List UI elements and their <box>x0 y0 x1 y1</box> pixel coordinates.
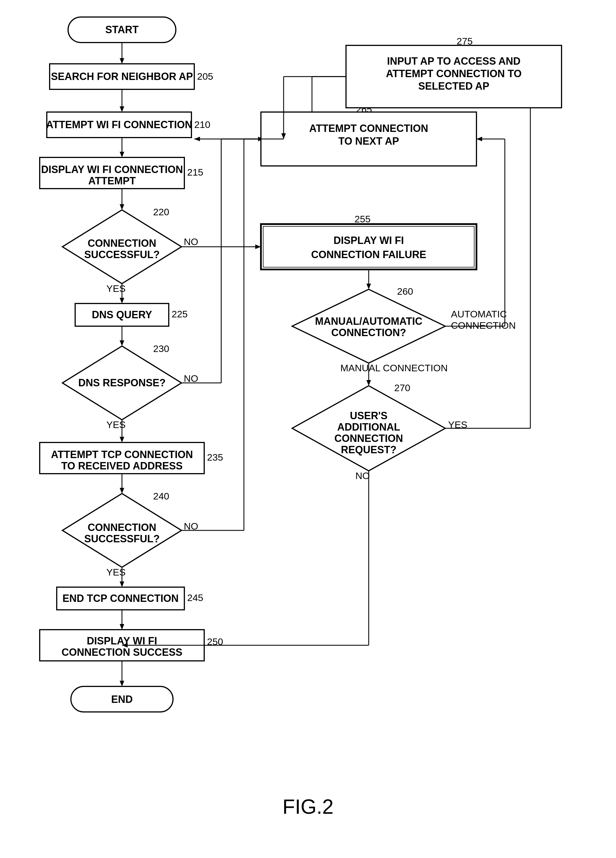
dns-response-num: 230 <box>153 343 169 354</box>
conn-success2-label2: SUCCESSFUL? <box>84 533 160 545</box>
conn-success2-label1: CONNECTION <box>88 522 156 533</box>
input-ap-label2: ATTEMPT CONNECTION TO <box>386 68 522 79</box>
no1-label: NO <box>184 236 198 247</box>
no3-label: NO <box>184 521 198 532</box>
display-failure-label2: CONNECTION FAILURE <box>311 249 426 260</box>
svg-marker-8 <box>120 152 124 157</box>
attempt-tcp-num: 235 <box>207 452 223 463</box>
attempt-next-label2: TO NEXT AP <box>338 135 399 147</box>
no2-label: NO <box>184 373 198 384</box>
yes2-label: YES <box>106 419 126 430</box>
display-attempt-label1: DISPLAY WI FI CONNECTION <box>41 164 183 175</box>
display-success-label2: CONNECTION SUCCESS <box>62 647 182 658</box>
flowchart-diagram: START SEARCH FOR NEIGHBOR AP 205 ATTEMPT… <box>0 0 616 858</box>
display-attempt-num: 215 <box>187 167 203 177</box>
manual-auto-label1: MANUAL/AUTOMATIC <box>315 316 423 327</box>
yes3-label: YES <box>106 567 126 577</box>
end-tcp-label: END TCP CONNECTION <box>62 592 178 604</box>
end-tcp-num: 245 <box>187 592 203 603</box>
no4-label: NO <box>355 470 370 481</box>
svg-marker-5 <box>120 106 124 112</box>
manual-auto-label2: CONNECTION? <box>331 327 406 338</box>
svg-marker-11 <box>120 204 124 210</box>
attempt-tcp-label1: ATTEMPT TCP CONNECTION <box>51 449 193 460</box>
input-ap-label3: SELECTED AP <box>418 80 490 92</box>
end-label: END <box>111 693 133 705</box>
display-attempt-label2: ATTEMPT <box>88 175 135 187</box>
user-request-label3: CONNECTION <box>334 432 403 444</box>
svg-marker-22 <box>120 437 124 443</box>
display-failure-label1: DISPLAY WI FI <box>333 235 404 246</box>
search-label: SEARCH FOR NEIGHBOR AP <box>51 71 193 82</box>
user-request-num: 270 <box>394 382 411 393</box>
svg-marker-54 <box>476 137 482 141</box>
svg-rect-47 <box>263 226 474 267</box>
svg-marker-35 <box>120 581 124 587</box>
auto-conn-label1: AUTOMATIC <box>451 309 507 319</box>
user-request-label2: ADDITIONAL <box>337 421 400 433</box>
dns-response-label: DNS RESPONSE? <box>78 377 166 389</box>
svg-marker-19 <box>120 340 124 346</box>
svg-marker-56 <box>366 380 371 386</box>
input-ap-label1: INPUT AP TO ACCESS AND <box>387 55 521 67</box>
start-label: START <box>105 24 138 36</box>
conn-success2-num: 240 <box>153 491 169 502</box>
manual-conn-label: MANUAL CONNECTION <box>340 362 448 373</box>
display-failure-num: 255 <box>355 214 371 224</box>
svg-marker-38 <box>120 624 124 630</box>
svg-marker-29 <box>120 488 124 494</box>
attempt-wifi-num: 210 <box>194 119 210 130</box>
conn-success1-label2: SUCCESSFUL? <box>84 249 160 260</box>
display-success-label1: DISPLAY WI FI <box>87 635 157 647</box>
auto-conn-label2: CONNECTION <box>451 320 516 331</box>
yes1-label: YES <box>106 283 126 294</box>
conn-success1-label1: CONNECTION <box>88 238 156 249</box>
user-request-label1: USER'S <box>350 410 388 421</box>
dns-query-num: 225 <box>171 309 188 319</box>
svg-marker-64 <box>194 137 200 141</box>
attempt-wifi-label: ATTEMPT WI FI CONNECTION <box>46 119 192 131</box>
svg-marker-41 <box>120 681 124 686</box>
svg-marker-49 <box>366 284 371 289</box>
attempt-tcp-label2: TO RECEIVED ADDRESS <box>61 460 183 472</box>
search-num: 205 <box>197 71 213 82</box>
attempt-next-label1: ATTEMPT CONNECTION <box>309 123 428 134</box>
manual-auto-num: 260 <box>397 286 413 297</box>
svg-marker-2 <box>120 58 124 64</box>
user-request-label4: REQUEST? <box>341 444 397 455</box>
conn-success1-num: 220 <box>153 207 169 217</box>
dns-query-label: DNS QUERY <box>92 309 152 320</box>
input-ap-num: 275 <box>457 36 473 47</box>
figure-label: FIG.2 <box>283 795 333 818</box>
svg-marker-14 <box>120 298 124 303</box>
